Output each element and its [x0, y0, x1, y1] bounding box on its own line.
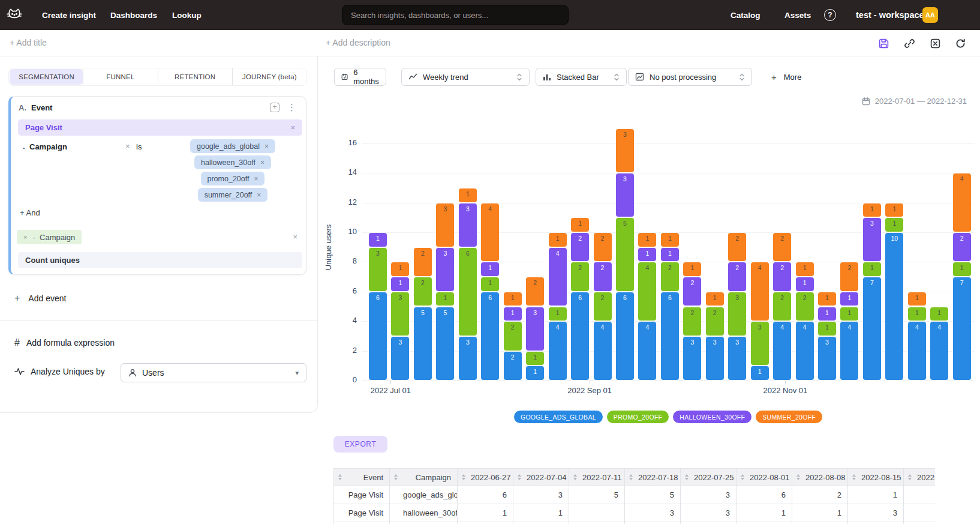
bar-segment-promo_20off[interactable]: 1 [436, 292, 454, 306]
bar-segment-google_ads_global[interactable]: 5 [414, 307, 432, 381]
bar-segment-halloween_30off[interactable]: 2 [594, 262, 612, 291]
table-header[interactable]: 2022-08-22 [904, 469, 936, 486]
bar-segment-google_ads_global[interactable]: 6 [571, 292, 589, 380]
bar-segment-halloween_30off[interactable]: 1 [481, 262, 499, 276]
bar-segment-halloween_30off[interactable]: 1 [369, 233, 387, 247]
remove-pending-filter-icon[interactable]: × [23, 233, 27, 241]
bar-segment-promo_20off[interactable]: 2 [706, 307, 724, 336]
bar-segment-promo_20off[interactable]: 3 [369, 248, 387, 291]
bar-segment-halloween_30off[interactable]: 1 [840, 292, 858, 306]
remove-value-icon[interactable]: × [264, 142, 269, 151]
bar-segment-halloween_30off[interactable]: 1 [504, 307, 522, 321]
bar-segment-google_ads_global[interactable]: 4 [930, 322, 948, 380]
bar-segment-promo_20off[interactable]: 2 [661, 262, 679, 291]
bar-segment-google_ads_global[interactable]: 10 [885, 233, 903, 380]
bar-segment-halloween_30off[interactable]: 4 [549, 248, 567, 306]
selected-event[interactable]: Page Visit × [18, 119, 302, 136]
bar-segment-summer_20off[interactable]: 3 [616, 129, 634, 172]
bar-segment-promo_20off[interactable]: 4 [638, 262, 656, 321]
bar-segment-halloween_30off[interactable]: 1 [638, 248, 656, 262]
bar-segment-summer_20off[interactable]: 2 [594, 233, 612, 261]
bar-segment-halloween_30off[interactable]: 1 [661, 248, 679, 262]
bar-segment-summer_20off[interactable]: 3 [436, 203, 454, 247]
table-header[interactable]: 2022-08-08 [792, 469, 848, 486]
filter-value-tag[interactable]: halloween_30off× [194, 155, 271, 169]
add-and-condition[interactable]: + And [20, 208, 40, 217]
bar-segment-google_ads_global[interactable]: 3 [818, 337, 836, 380]
bar-segment-halloween_30off[interactable]: 3 [459, 203, 477, 247]
bar-segment-summer_20off[interactable]: 4 [481, 203, 499, 262]
chart-type-select[interactable]: Stacked Bar [536, 68, 627, 86]
bar-segment-promo_20off[interactable]: 3 [751, 322, 769, 365]
sort-icon[interactable] [629, 474, 633, 480]
bar-segment-google_ads_global[interactable]: 3 [683, 337, 701, 380]
bar-segment-google_ads_global[interactable]: 5 [436, 307, 454, 381]
table-header[interactable]: 2022-07-18 [625, 469, 681, 486]
remove-filter-icon[interactable]: × [125, 142, 130, 151]
add-formula-button[interactable]: # Add formula expression [14, 337, 115, 348]
bar-segment-promo_20off[interactable]: 1 [481, 277, 499, 291]
bar-segment-google_ads_global[interactable]: 3 [728, 337, 746, 380]
bar-segment-promo_20off[interactable]: 2 [796, 292, 814, 321]
sort-icon[interactable] [518, 474, 521, 480]
bar-segment-summer_20off[interactable]: 1 [706, 292, 724, 306]
nav-assets[interactable]: Assets [784, 0, 811, 30]
bar-segment-summer_20off[interactable]: 1 [863, 203, 881, 217]
tab-retention[interactable]: RETENTION [158, 68, 232, 85]
nav-create-insight[interactable]: Create insight [42, 0, 96, 30]
filter-value-tag[interactable]: promo_20off× [201, 172, 265, 185]
table-header[interactable]: Campaign [390, 469, 458, 486]
bar-segment-summer_20off[interactable]: 2 [840, 262, 858, 291]
sort-icon[interactable] [741, 474, 744, 480]
bar-segment-promo_20off[interactable]: 2 [773, 292, 791, 321]
sort-icon[interactable] [394, 474, 398, 480]
workspace-name[interactable]: test - workspace [856, 0, 924, 30]
bar-segment-google_ads_global[interactable]: 3 [391, 337, 409, 380]
bar-segment-summer_20off[interactable]: 2 [773, 233, 791, 261]
nav-lookup[interactable]: Lookup [172, 0, 202, 30]
save-icon[interactable] [878, 38, 889, 49]
bar-segment-summer_20off[interactable]: 1 [796, 262, 814, 276]
table-header[interactable]: 2022-07-11 [569, 469, 625, 486]
bar-segment-promo_20off[interactable]: 1 [930, 307, 948, 321]
bar-segment-promo_20off[interactable]: 1 [549, 307, 567, 321]
search-input[interactable] [342, 5, 569, 25]
bar-segment-google_ads_global[interactable]: 4 [549, 322, 567, 380]
bar-segment-summer_20off[interactable]: 1 [638, 233, 656, 247]
bar-segment-google_ads_global[interactable]: 1 [526, 366, 544, 380]
bar-segment-google_ads_global[interactable]: 3 [706, 337, 724, 380]
avatar[interactable]: AA [922, 7, 938, 23]
app-logo-icon[interactable] [6, 7, 23, 23]
bar-segment-google_ads_global[interactable]: 1 [751, 366, 769, 380]
bar-segment-google_ads_global[interactable]: 4 [594, 322, 612, 380]
tab-journey-beta[interactable]: JOURNEY (beta) [232, 68, 306, 85]
filter-value-tag[interactable]: google_ads_global× [190, 139, 275, 153]
bar-segment-summer_20off[interactable]: 1 [661, 233, 679, 247]
remove-value-icon[interactable]: × [254, 175, 258, 183]
filter-property[interactable]: Campaign [29, 142, 67, 151]
bar-segment-promo_20off[interactable]: 1 [818, 322, 836, 336]
legend-pill-google_ads_global[interactable]: GOOGLE_ADS_GLOBAL [514, 411, 603, 423]
event-menu-icon[interactable]: ⋮ [287, 102, 296, 113]
bar-segment-summer_20off[interactable]: 2 [728, 233, 746, 261]
bar-segment-promo_20off[interactable]: 2 [504, 322, 522, 350]
bar-segment-halloween_30off[interactable]: 3 [863, 218, 881, 261]
trend-select[interactable]: Weekly trend [401, 68, 530, 86]
bar-segment-promo_20off[interactable]: 1 [526, 352, 544, 366]
bar-segment-summer_20off[interactable]: 1 [683, 262, 701, 276]
bar-segment-halloween_30off[interactable]: 3 [526, 307, 544, 351]
refresh-icon[interactable] [955, 38, 966, 49]
table-header[interactable]: 2022-07-04 [513, 469, 569, 486]
remove-event-icon[interactable]: × [290, 123, 295, 132]
bar-segment-summer_20off[interactable]: 1 [818, 292, 836, 306]
bar-segment-summer_20off[interactable]: 1 [885, 203, 903, 217]
date-range-button[interactable]: 6 months [334, 68, 386, 86]
bar-segment-promo_20off[interactable]: 1 [885, 218, 903, 232]
remove-value-icon[interactable]: × [257, 191, 261, 199]
bar-segment-halloween_30off[interactable]: 1 [818, 307, 836, 321]
sort-icon[interactable] [908, 474, 912, 480]
bar-segment-promo_20off[interactable]: 2 [594, 292, 612, 321]
table-header[interactable]: Event [334, 469, 390, 486]
bar-segment-summer_20off[interactable]: 4 [751, 262, 769, 321]
bar-segment-summer_20off[interactable]: 1 [504, 292, 522, 306]
